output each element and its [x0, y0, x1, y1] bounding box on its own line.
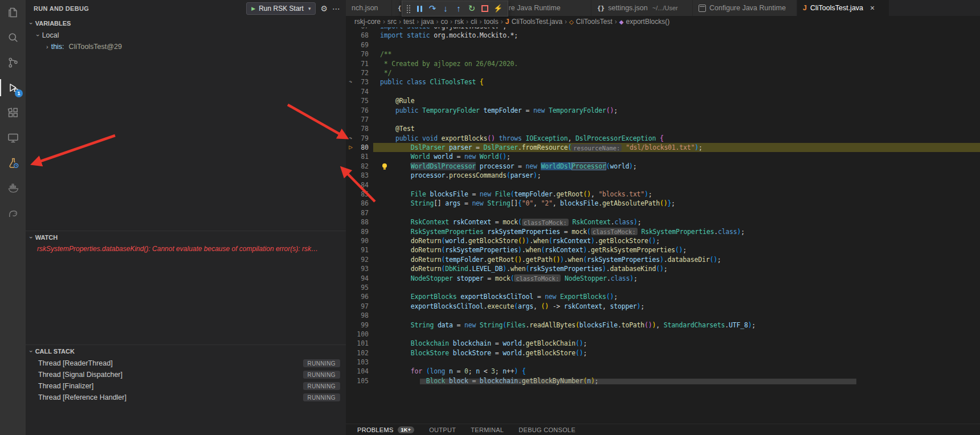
line-number[interactable]: 95 [346, 283, 369, 292]
breadcrumb-item[interactable]: ◆exportBlocks() [619, 18, 669, 26]
line-number[interactable]: 102 [346, 348, 369, 358]
step-into-button[interactable]: ↓ [439, 2, 452, 15]
breadcrumb-item[interactable]: test [403, 18, 414, 26]
code-line[interactable]: 74 [346, 87, 980, 96]
line-number[interactable]: 72 [346, 68, 369, 77]
line-number[interactable]: 88 [346, 217, 369, 227]
drag-handle-icon[interactable] [406, 4, 410, 13]
code-line[interactable]: 90 doReturn(world.getBlockStore()).when(… [346, 236, 980, 245]
code-line[interactable]: 71 * Created by ajlopez on 26/04/2020. [346, 59, 980, 68]
breadcrumb-item[interactable]: tools [484, 18, 498, 26]
breadcrumb-item[interactable]: rsk [455, 18, 464, 26]
breadcrumb-item[interactable]: co [440, 18, 448, 26]
line-number[interactable]: 91 [346, 245, 369, 255]
line-number[interactable]: 84 [346, 180, 369, 190]
variable-this[interactable]: › this: CliToolsTest@29 [26, 41, 346, 52]
panel-tab[interactable]: OUTPUT [429, 426, 456, 433]
variables-header[interactable]: › VARIABLES [26, 17, 346, 30]
watch-expression[interactable]: rskSystemProperties.databaseKind(): Cann… [26, 244, 346, 255]
breadcrumb-item[interactable]: cli [471, 18, 477, 26]
code-line[interactable]: 78 @Test [346, 124, 980, 133]
line-number[interactable]: 105 [346, 376, 369, 385]
close-icon[interactable]: × [870, 3, 875, 13]
line-number[interactable]: 86 [346, 199, 369, 208]
stop-button[interactable] [479, 2, 491, 15]
code-line[interactable]: 87 [346, 208, 980, 217]
code-line[interactable]: 85 File blocksFile = new File(tempFolder… [346, 190, 980, 199]
line-number[interactable]: 79 [346, 134, 369, 143]
code-line[interactable]: ↷79 public void exportBlocks() throws IO… [346, 134, 980, 143]
sidebar-item-remote-explorer[interactable] [0, 125, 26, 150]
code-line[interactable]: 75 @Rule [346, 96, 980, 105]
line-number[interactable]: 75 [346, 96, 369, 105]
line-number[interactable]: 89 [346, 227, 369, 236]
code-line[interactable]: 97 exportBlocksCliTool.execute(args, () … [346, 302, 980, 311]
sidebar-item-explorer[interactable] [0, 0, 26, 25]
call-stack-thread[interactable]: Thread [ReaderThread]RUNNING [26, 358, 346, 369]
code-line[interactable]: 91 doReturn(rskSystemProperties).when(rs… [346, 245, 980, 255]
code-line[interactable]: ▷80 DslParser parser = DslParser.fromRes… [346, 143, 980, 152]
code-line[interactable]: 82 WorldDslProcessor processor = new Wor… [346, 162, 980, 171]
code-line[interactable]: 68import static org.mockito.Mockito.*; [346, 31, 980, 40]
code-line[interactable]: 92 doReturn(tempFolder.getRoot().getPath… [346, 255, 980, 264]
sidebar-item-gradle[interactable] [0, 200, 26, 225]
code-line[interactable]: 96 ExportBlocks exportBlocksCliTool = ne… [346, 292, 980, 301]
line-number[interactable]: 100 [346, 330, 369, 339]
panel-tab[interactable]: PROBLEMS1K+ [357, 426, 414, 433]
line-number[interactable]: 99 [346, 321, 369, 330]
sidebar-item-run-and-debug[interactable]: 1 [0, 75, 26, 100]
code-line[interactable]: 86 String[] args = new String[]{"0", "2"… [346, 199, 980, 208]
line-number[interactable]: 97 [346, 302, 369, 311]
watch-header[interactable]: › WATCH [26, 231, 346, 244]
code-line[interactable]: 100 [346, 330, 980, 339]
breadcrumb-item[interactable]: rskj-core [354, 18, 381, 26]
code-line[interactable]: 103 [346, 358, 980, 367]
line-number[interactable]: 104 [346, 367, 369, 376]
call-stack-header[interactable]: › CALL STACK [26, 345, 346, 358]
call-stack-thread[interactable]: Thread [Signal Dispatcher]RUNNING [26, 369, 346, 380]
step-over-button[interactable]: ↷ [426, 2, 439, 15]
line-number[interactable]: 68 [346, 31, 369, 40]
line-number[interactable]: 71 [346, 59, 369, 68]
step-out-button[interactable]: ↑ [452, 2, 465, 15]
code-line[interactable]: 94 NodeStopper stopper = mock(classToMoc… [346, 274, 980, 283]
line-number[interactable]: 94 [346, 274, 369, 283]
editor-tab[interactable]: nch.json [346, 0, 392, 16]
line-number[interactable]: 74 [346, 87, 369, 96]
breadcrumb-item[interactable]: ◇CliToolsTest [569, 18, 612, 26]
sidebar-item-testing[interactable] [0, 150, 26, 175]
code-line[interactable]: 89 RskSystemProperties rskSystemProperti… [346, 227, 980, 236]
code-line[interactable]: 98 [346, 311, 980, 320]
restart-button[interactable]: ↻ [466, 2, 478, 15]
panel-tab[interactable]: DEBUG CONSOLE [518, 426, 575, 433]
line-number[interactable]: 83 [346, 171, 369, 180]
code-line[interactable]: 95 [346, 283, 980, 292]
line-number[interactable]: 70 [346, 50, 369, 59]
sidebar-item-source-control[interactable] [0, 50, 26, 75]
code-line[interactable]: 77 [346, 115, 980, 124]
editor-tab[interactable]: Configure Java Runtime [693, 0, 797, 16]
hot-code-replace-icon[interactable]: ⚡ [492, 2, 504, 15]
more-actions-icon[interactable]: ⋯ [332, 4, 340, 13]
line-number[interactable]: 82 [346, 162, 369, 171]
code-line[interactable]: 70/** [346, 50, 980, 59]
call-stack-thread[interactable]: Thread [Reference Handler]RUNNING [26, 392, 346, 403]
line-number[interactable]: 80 [346, 143, 369, 152]
code-line[interactable]: 84 [346, 180, 980, 190]
sidebar-item-search[interactable] [0, 25, 26, 50]
line-number[interactable]: 101 [346, 339, 369, 348]
line-number[interactable]: 96 [346, 292, 369, 301]
pause-button[interactable] [413, 2, 426, 15]
panel-tab[interactable]: TERMINAL [471, 426, 504, 433]
code-editor[interactable]: 67import static org.junit.Assert.*;68imp… [346, 27, 980, 424]
line-number[interactable]: 77 [346, 115, 369, 124]
line-number[interactable]: 69 [346, 40, 369, 50]
breadcrumb-item[interactable]: JCliToolsTest.java [505, 18, 562, 26]
call-stack-thread[interactable]: Thread [Finalizer]RUNNING [26, 380, 346, 392]
code-line[interactable]: 101 Blockchain blockchain = world.getBlo… [346, 339, 980, 348]
code-line[interactable]: 102 BlockStore blockStore = world.getBlo… [346, 348, 980, 358]
code-line[interactable]: 83 processor.processCommands(parser); [346, 171, 980, 180]
editor-tab[interactable]: {}settings.json~/.../User [591, 0, 693, 16]
code-line[interactable]: 76 public TemporaryFolder tempFolder = n… [346, 106, 980, 115]
line-number[interactable]: 90 [346, 236, 369, 245]
